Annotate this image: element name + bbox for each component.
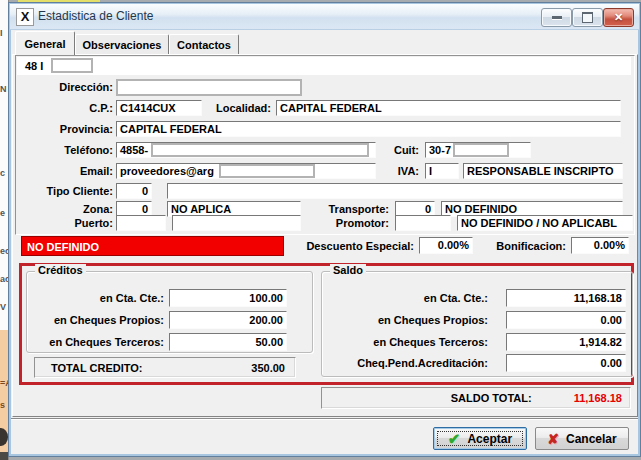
direccion-field[interactable] xyxy=(116,79,302,96)
client-code: 48 I xyxy=(25,58,43,74)
saldo-group-title: Saldo xyxy=(330,264,366,276)
dialog-estadistica-de-cliente: X Estadistica de Cliente ✕ General Obser… xyxy=(8,2,641,457)
credito-cheques-propios-field[interactable]: 200.00 xyxy=(169,311,287,329)
total-credito-label: TOTAL CREDITO: xyxy=(51,360,142,376)
credito-cheques-propios-label: en Cheques Propios: xyxy=(29,312,164,328)
background-dark-edge xyxy=(0,452,8,460)
puerto-desc-field[interactable] xyxy=(172,215,301,231)
aceptar-button[interactable]: ✔ Aceptar xyxy=(433,427,527,450)
creditos-group-title: Créditos xyxy=(35,264,86,276)
window-title: Estadistica de Cliente xyxy=(38,9,153,23)
tipo-cliente-label: Tipo Cliente: xyxy=(13,183,113,199)
promotor-label: Promotor: xyxy=(309,215,389,231)
focus-rect xyxy=(437,431,523,446)
puerto-field[interactable] xyxy=(116,215,166,231)
maximize-button[interactable] xyxy=(572,8,603,27)
saldo-total-value: 11,168.18 xyxy=(574,390,622,406)
saldo-cheq-pend-field[interactable]: 0.00 xyxy=(506,354,626,372)
tipo-cliente-field[interactable]: 0 xyxy=(116,183,152,199)
total-credito-box: TOTAL CREDITO: 350.00 xyxy=(34,357,296,378)
promotor-desc-field[interactable]: NO DEFINIDO / NO APLICABL xyxy=(457,215,633,231)
email-redacted xyxy=(219,164,315,178)
iva-code-field[interactable]: I xyxy=(425,163,459,179)
maximize-icon xyxy=(582,12,593,23)
tab-general[interactable]: General xyxy=(15,31,75,56)
localidad-field[interactable]: CAPITAL FEDERAL xyxy=(276,100,621,116)
provincia-label: Provincia: xyxy=(13,121,113,137)
minimize-button[interactable] xyxy=(541,8,572,27)
email-label: Email: xyxy=(13,163,113,179)
bonificacion-label: Bonificacion: xyxy=(479,238,566,254)
telefono-label: Teléfono: xyxy=(13,142,113,158)
credito-cheques-terceros-field[interactable]: 50.00 xyxy=(169,333,287,351)
background-blob xyxy=(0,428,8,446)
telefono-redacted xyxy=(151,143,369,157)
cancelar-button[interactable]: ✘ Cancelar xyxy=(535,427,629,450)
cp-label: C.P.: xyxy=(13,100,113,116)
cancelar-label: Cancelar xyxy=(566,432,617,446)
localidad-label: Localidad: xyxy=(199,100,271,116)
app-icon: X xyxy=(16,8,34,26)
saldo-cheques-terceros-label: en Cheques Terceros: xyxy=(329,334,488,350)
provincia-field[interactable]: CAPITAL FEDERAL xyxy=(116,121,621,137)
descuento-field[interactable]: 0.00% xyxy=(419,237,473,254)
minimize-icon xyxy=(552,16,562,20)
client-code-row[interactable]: 48 I xyxy=(17,57,631,75)
promotor-field[interactable] xyxy=(395,215,451,231)
saldo-total-box: SALDO TOTAL: 11,168.18 xyxy=(321,387,631,409)
saldo-cta-cte-label: en Cta. Cte.: xyxy=(329,290,488,306)
credito-cta-cte-field[interactable]: 100.00 xyxy=(169,289,287,307)
saldo-cheques-terceros-field[interactable]: 1,914.82 xyxy=(506,333,626,351)
puerto-label: Puerto: xyxy=(13,215,113,231)
credito-cta-cte-label: en Cta. Cte.: xyxy=(29,290,164,306)
bonificacion-field[interactable]: 0.00% xyxy=(571,237,629,254)
tab-contactos[interactable]: Contactos xyxy=(169,34,239,55)
cuit-redacted xyxy=(453,143,509,157)
credito-cheques-terceros-label: en Cheques Terceros: xyxy=(29,334,164,350)
iva-label: IVA: xyxy=(379,163,419,179)
cp-field[interactable]: C1414CUX xyxy=(116,100,202,116)
footer-separator xyxy=(11,418,638,420)
saldo-cheq-pend-label: Cheq.Pend.Acreditación: xyxy=(329,355,488,371)
saldo-cta-cte-field[interactable]: 11,168.18 xyxy=(506,289,626,307)
saldo-total-label: SALDO TOTAL: xyxy=(451,390,532,406)
iva-desc-field[interactable]: RESPONSABLE INSCRIPTO xyxy=(463,163,623,179)
background-image-sliver: =A s xyxy=(0,330,8,460)
title-bar[interactable]: X Estadistica de Cliente ✕ xyxy=(10,4,639,30)
direccion-label: Dirección: xyxy=(13,79,113,95)
tipo-cliente-desc-field[interactable] xyxy=(167,183,623,199)
cross-icon: ✘ xyxy=(547,431,559,447)
tab-observaciones[interactable]: Observaciones xyxy=(75,34,169,55)
close-icon: ✕ xyxy=(614,11,623,24)
descuento-label: Descuento Especial: xyxy=(289,238,414,254)
close-button[interactable]: ✕ xyxy=(603,8,634,27)
price-list-banner: NO DEFINIDO xyxy=(21,236,284,256)
saldo-cheques-propios-label: en Cheques Propios: xyxy=(329,312,488,328)
cuit-label: Cuit: xyxy=(379,142,419,158)
total-credito-value: 350.00 xyxy=(251,360,285,376)
client-name-redacted xyxy=(51,58,93,73)
saldo-cheques-propios-field[interactable]: 0.00 xyxy=(506,311,626,329)
